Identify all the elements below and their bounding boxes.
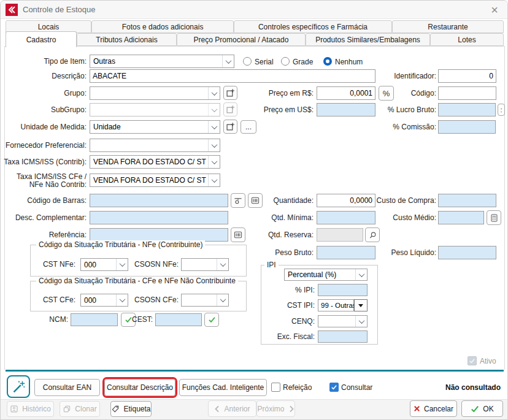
peso-bruto-input[interactable] (317, 246, 375, 259)
scale-button[interactable] (231, 193, 245, 208)
historico-button: Histórico (7, 401, 54, 417)
ativo-label: Ativo (480, 357, 496, 365)
taxa-contrib-select[interactable]: VENDA FORA DO ESTADO C/ ST (90, 155, 220, 169)
chevron-down-icon (217, 259, 228, 270)
grupo-select[interactable] (90, 86, 220, 100)
calculator-button[interactable] (487, 210, 501, 225)
anterior-button: Anterior (208, 400, 256, 417)
identificador-input[interactable] (438, 69, 496, 83)
ipi-mode-select[interactable]: Percentual (%) (284, 269, 368, 281)
tab-fotos-dados-adicionais[interactable]: Fotos e dados adicionais (91, 20, 234, 33)
grupo-label: Grupo: (25, 90, 87, 97)
tab-restaurante[interactable]: Restaurante (392, 20, 504, 33)
history-icon (10, 405, 18, 413)
preco-us-input[interactable] (317, 103, 375, 116)
quantidade-input[interactable] (317, 194, 375, 207)
cancelar-button[interactable]: Cancelar (410, 400, 457, 417)
chevron-down-icon (208, 139, 220, 151)
cst-cfe-select[interactable]: 000 (80, 294, 128, 307)
chevron-down-icon (208, 156, 220, 168)
csosn-nfe-label: CSOSN NFe: (132, 261, 179, 269)
ellipsis-icon: ... (245, 123, 252, 131)
ipi-cst-select[interactable]: 99 - Outras (318, 299, 354, 311)
lucro-bruto-label: % Lucro Bruto: (375, 106, 436, 114)
tipo-item-select[interactable]: Outras (90, 55, 234, 68)
app-icon (6, 4, 18, 16)
tab-produtos-similares-embalagens[interactable]: Produtos Similares/Embalagens (306, 33, 430, 46)
exc-fiscal-input[interactable] (318, 330, 368, 343)
close-icon[interactable]: × (488, 3, 501, 17)
consultar-descricao-button[interactable]: Consultar Descrição (104, 379, 175, 396)
codigo-input[interactable] (438, 86, 496, 100)
magic-wand-button[interactable] (7, 375, 30, 398)
cest-validate-button[interactable] (204, 313, 219, 327)
status-text: Não consultado (409, 383, 501, 392)
chevron-down-icon (217, 294, 228, 306)
tab-cadastro[interactable]: Cadastro (6, 31, 77, 47)
new-grupo-button[interactable] (223, 86, 237, 100)
chevron-down-icon (208, 87, 220, 99)
taxa-nao-contrib-select[interactable]: VENDA FORA DO ESTADO C/ ST (90, 174, 220, 187)
chevron-down-icon (222, 55, 234, 67)
qtd-minima-label: Qtd. Mínima: (252, 214, 314, 222)
cenq-label: CENQ: (278, 318, 315, 326)
tab-controles-especificos-farmacia[interactable]: Controles específicos e Farmácia (234, 20, 392, 33)
funcoes-cad-inteligente-button[interactable]: Funções Cad. Inteligente (179, 379, 267, 396)
cenq-select[interactable] (318, 315, 368, 327)
cst-nfe-select[interactable]: 000 (80, 258, 128, 271)
radio-serial[interactable] (243, 57, 252, 66)
new-item-icon (226, 105, 235, 114)
tab-tributos-adicionais[interactable]: Tributos Adicionais (77, 33, 177, 46)
refeicao-checkbox[interactable] (271, 383, 280, 392)
referencia-input[interactable] (90, 228, 228, 242)
radio-grade-label: Grade (293, 58, 313, 66)
csosn-cfe-select[interactable] (181, 294, 229, 307)
tab-preco-promocional-atacado[interactable]: Preço Promocional / Atacado (177, 33, 306, 46)
csosn-nfe-select[interactable] (181, 258, 229, 271)
unidade-select[interactable]: Unidade (90, 120, 220, 134)
fornecedor-select[interactable] (90, 139, 220, 152)
qtd-minima-input[interactable] (317, 211, 375, 224)
magic-wand-icon (10, 379, 26, 395)
ipi-pct-input[interactable] (318, 284, 368, 296)
radio-grade[interactable] (281, 57, 290, 66)
ncm-input[interactable] (71, 313, 118, 326)
lucro-options-button[interactable]: : (498, 104, 505, 116)
consultar-checkbox[interactable] (329, 383, 339, 392)
quantidade-label: Quantidade: (252, 197, 314, 205)
barcode-button-2[interactable] (231, 227, 245, 242)
scale-icon (233, 196, 243, 205)
peso-liquido-input[interactable] (438, 246, 496, 259)
ipi-pct-label: % IPI: (278, 286, 315, 294)
comissao-label: % Comissão: (375, 123, 436, 131)
fornecedor-label: Fornecedor Preferencial: (2, 142, 87, 150)
separator-line (6, 370, 504, 372)
desc-complementar-input[interactable] (90, 211, 228, 224)
codigo-barras-input[interactable] (90, 194, 228, 207)
unidade-more-button[interactable]: ... (241, 120, 256, 134)
qtd-reserva-label: Qtd. Reserva: (252, 231, 314, 239)
window-title: Controle de Estoque (23, 5, 96, 14)
taxa-contrib-label: Taxa ICMS/ISS (Contrib): (2, 158, 87, 166)
exc-fiscal-label: Exc. Fiscal: (272, 333, 315, 341)
magnifier-icon (368, 231, 377, 240)
custo-compra-input[interactable] (438, 194, 496, 207)
tab-lotes[interactable]: Lotes (430, 33, 504, 46)
ok-button[interactable]: OK (461, 400, 503, 417)
search-reserva-button[interactable] (365, 227, 380, 242)
descricao-input[interactable] (90, 69, 375, 83)
ipi-cst-dropdown-button[interactable] (354, 299, 368, 311)
custo-medio-input[interactable] (438, 211, 484, 224)
cest-label: CEST: (131, 316, 153, 324)
new-item-icon (226, 88, 235, 97)
comissao-input[interactable] (438, 120, 496, 134)
lucro-bruto-input[interactable] (438, 103, 496, 116)
calculator-icon (490, 213, 499, 223)
chevron-down-icon (208, 104, 220, 116)
preco-rs-input[interactable] (317, 86, 375, 100)
consultar-ean-button[interactable]: Consultar EAN (34, 379, 100, 396)
radio-nenhum[interactable] (323, 57, 332, 66)
cest-input[interactable] (155, 313, 202, 326)
new-unidade-button[interactable] (223, 120, 237, 134)
etiqueta-button[interactable]: Etiqueta (110, 401, 152, 417)
